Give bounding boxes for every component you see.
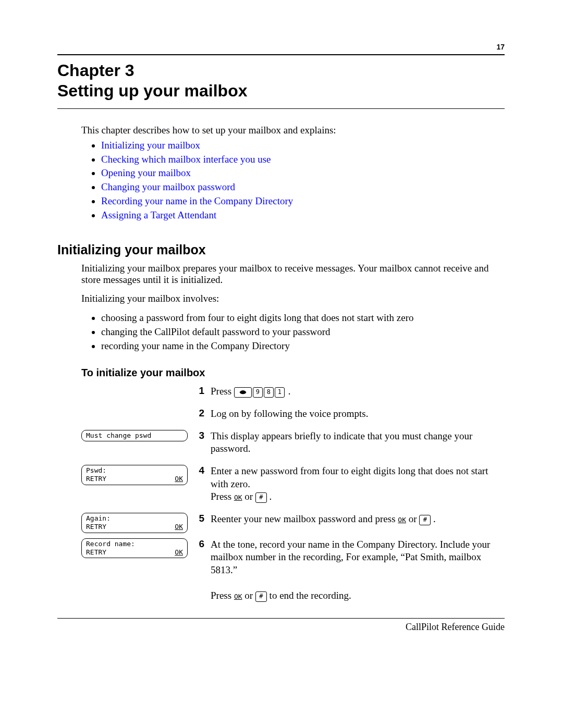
footer-text: CallPilot Reference Guide xyxy=(57,622,505,633)
display-line1: Record name: xyxy=(86,540,183,548)
display-line1: Pswd: xyxy=(86,466,183,475)
step-number: 3 xyxy=(191,430,211,441)
step-press-pre: Press xyxy=(211,491,234,502)
step-or: or xyxy=(406,513,419,524)
digit-key: 9 xyxy=(253,387,263,398)
intro-text: This chapter describes how to set up you… xyxy=(81,125,505,136)
step-2: 2 Log on by following the voice prompts. xyxy=(81,408,505,421)
step-4: Pswd: RETRY OK 4 Enter a new password fr… xyxy=(81,465,505,503)
page-number: 17 xyxy=(496,43,505,51)
step-number: 6 xyxy=(191,538,211,550)
list-item: Recording your name in the Company Direc… xyxy=(101,195,505,208)
display-right: OK xyxy=(175,475,183,483)
list-item: Assigning a Target Attendant xyxy=(101,209,505,222)
display-right: OK xyxy=(175,548,183,557)
step-text: This display appears briefly to indicate… xyxy=(211,430,505,455)
section-paragraph: Initializing your mailbox prepares your … xyxy=(81,263,505,286)
step-text: Enter a new password from four to eight … xyxy=(211,465,505,503)
phone-display: Record name: RETRY OK xyxy=(81,538,188,559)
step-number: 2 xyxy=(191,408,211,419)
step-3: Must change pswd 3 This display appears … xyxy=(81,430,505,455)
softkey-ok: OK xyxy=(234,593,242,600)
step-line1: Enter a new password from four to eight … xyxy=(211,465,488,489)
step-post: to end the recording. xyxy=(267,590,351,601)
softkey-ok: OK xyxy=(398,516,406,524)
step-para: At the tone, record your name in the Com… xyxy=(211,539,490,575)
chapter-title: Chapter 3 Setting up your mailbox xyxy=(57,60,505,101)
display-line1: Again: xyxy=(86,514,183,523)
step-text: Log on by following the voice prompts. xyxy=(211,408,505,421)
step-or: or xyxy=(242,491,255,502)
step-period: . xyxy=(431,513,436,524)
step-number: 4 xyxy=(191,465,211,476)
list-item: recording your name in the Company Direc… xyxy=(101,340,505,353)
display-col: Again: RETRY OK xyxy=(81,513,191,533)
list-item: choosing a password from four to eight d… xyxy=(101,312,505,325)
step-1: 1 Press 981 . xyxy=(81,385,505,398)
display-line2: RETRY OK xyxy=(86,523,183,531)
involves-list: choosing a password from four to eight d… xyxy=(81,312,505,352)
softkey-ok: OK xyxy=(234,493,242,501)
step-pre: Reenter your new mailbox password and pr… xyxy=(211,513,398,524)
step-period: . xyxy=(267,491,272,502)
step-post: . xyxy=(286,386,291,397)
display-line1: Must change pswd xyxy=(86,431,183,440)
display-left: RETRY xyxy=(86,548,106,557)
phone-display: Must change pswd xyxy=(81,430,188,441)
list-item: Opening your mailbox xyxy=(101,167,505,180)
step-number: 1 xyxy=(191,385,211,397)
link-changing-password[interactable]: Changing your mailbox password xyxy=(101,181,235,192)
step-or: or xyxy=(242,590,255,601)
display-left: RETRY xyxy=(86,475,106,483)
display-col: Must change pswd xyxy=(81,430,191,441)
subsection-heading: To initialize your mailbox xyxy=(81,367,505,379)
chapter-line2: Setting up your mailbox xyxy=(57,81,247,100)
display-col: Record name: RETRY OK xyxy=(81,538,191,559)
list-item: Initializing your mailbox xyxy=(101,139,505,152)
rule-below-title xyxy=(57,108,505,109)
step-press: Press xyxy=(211,386,234,397)
link-assigning-attendant[interactable]: Assigning a Target Attendant xyxy=(101,209,216,220)
link-initializing[interactable]: Initializing your mailbox xyxy=(101,140,200,151)
hash-key: # xyxy=(419,515,431,525)
section-paragraph: Initializing your mailbox involves: xyxy=(81,293,505,304)
digit-key: 1 xyxy=(275,387,285,398)
chapter-line1: Chapter 3 xyxy=(57,61,134,80)
key-sequence: 981 xyxy=(234,387,286,398)
phone-display: Again: RETRY OK xyxy=(81,513,188,533)
phone-display: Pswd: RETRY OK xyxy=(81,465,188,485)
step-text: Press 981 . xyxy=(211,385,505,398)
display-line2: RETRY OK xyxy=(86,475,183,483)
feature-key-icon xyxy=(234,387,252,398)
display-col: Pswd: RETRY OK xyxy=(81,465,191,485)
display-line2: RETRY OK xyxy=(86,548,183,557)
step-press-pre: Press xyxy=(211,590,234,601)
hash-key: # xyxy=(255,591,267,602)
step-text: At the tone, record your name in the Com… xyxy=(211,538,505,602)
link-opening[interactable]: Opening your mailbox xyxy=(101,167,191,178)
list-item: changing the CallPilot default password … xyxy=(101,326,505,339)
step-text: Reenter your new mailbox password and pr… xyxy=(211,513,505,526)
intro-link-list: Initializing your mailbox Checking which… xyxy=(81,139,505,221)
steps: 1 Press 981 . 2 Log on by following the … xyxy=(81,385,505,602)
step-number: 5 xyxy=(191,513,211,524)
display-right: OK xyxy=(175,523,183,531)
display-left: RETRY xyxy=(86,523,106,531)
step-5: Again: RETRY OK 5 Reenter your new mailb… xyxy=(81,513,505,533)
list-item: Changing your mailbox password xyxy=(101,181,505,194)
link-checking-interface[interactable]: Checking which mailbox interface you use xyxy=(101,154,271,165)
link-recording-name[interactable]: Recording your name in the Company Direc… xyxy=(101,195,293,206)
hash-key: # xyxy=(255,492,267,503)
section-heading: Initializing your mailbox xyxy=(57,242,505,257)
page: 17 Chapter 3 Setting up your mailbox Thi… xyxy=(0,0,563,728)
digit-key: 8 xyxy=(264,387,274,398)
step-6: Record name: RETRY OK 6 At the tone, rec… xyxy=(81,538,505,602)
rule-top xyxy=(57,54,505,55)
footer-rule xyxy=(57,618,505,619)
list-item: Checking which mailbox interface you use xyxy=(101,153,505,166)
